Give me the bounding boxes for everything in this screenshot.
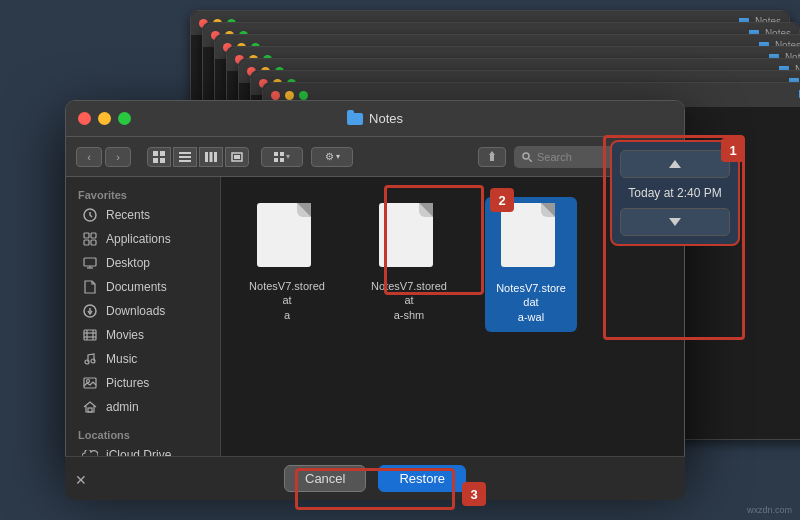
svg-rect-7 [205, 152, 208, 162]
close-bottom-button[interactable]: ✕ [75, 472, 87, 488]
stack-label-5: Notes [795, 64, 800, 75]
restore-button[interactable]: Restore [378, 465, 466, 492]
svg-rect-23 [84, 240, 89, 245]
view-cols-button[interactable] [199, 147, 223, 167]
sidebar-music-label: Music [106, 352, 137, 366]
group-dropdown: ▾ [261, 147, 303, 167]
locations-label: Locations [66, 425, 220, 443]
sidebar: Favorites Recents [66, 177, 221, 469]
file-name-2: NotesV7.storedata-shm [369, 279, 449, 322]
stack-label-4: Notes [785, 52, 800, 63]
tm-down-button[interactable] [620, 208, 730, 236]
toolbar: ‹ › [66, 137, 684, 177]
view-icon-button[interactable] [147, 147, 171, 167]
main-area: Favorites Recents [66, 177, 684, 469]
sidebar-item-applications[interactable]: Applications [70, 227, 216, 251]
sidebar-movies-label: Movies [106, 328, 144, 342]
svg-rect-14 [274, 158, 278, 162]
svg-rect-25 [84, 258, 96, 266]
sidebar-desktop-label: Desktop [106, 256, 150, 270]
download-icon [82, 303, 98, 319]
svg-rect-22 [91, 233, 96, 238]
file-name-3: NotesV7.storedata-wal [491, 279, 571, 326]
sidebar-item-pictures[interactable]: Pictures [70, 371, 216, 395]
finder-window: Notes ‹ › [65, 100, 685, 470]
svg-rect-6 [179, 160, 191, 162]
bottom-bar: ✕ Cancel Restore [65, 456, 685, 500]
svg-rect-30 [84, 330, 96, 340]
svg-rect-2 [153, 158, 158, 163]
tm-up-button[interactable] [620, 150, 730, 178]
view-list-button[interactable] [173, 147, 197, 167]
title-bar-center: Notes [347, 111, 403, 126]
svg-rect-11 [234, 155, 240, 159]
svg-rect-5 [179, 156, 191, 158]
sidebar-admin-label: admin [106, 400, 139, 414]
svg-rect-1 [160, 151, 165, 156]
nav-buttons: ‹ › [76, 147, 131, 167]
svg-point-38 [87, 380, 90, 383]
share-button[interactable] [478, 147, 506, 167]
back-button[interactable]: ‹ [76, 147, 102, 167]
cancel-button[interactable]: Cancel [284, 465, 366, 492]
picture-icon [82, 375, 98, 391]
folder-icon [347, 113, 363, 125]
sidebar-documents-label: Documents [106, 280, 167, 294]
file-item-3[interactable]: NotesV7.storedata-wal [485, 197, 577, 332]
svg-rect-4 [179, 152, 191, 154]
watermark: wxzdn.com [747, 505, 792, 515]
svg-rect-13 [280, 152, 284, 156]
tm-time-label: Today at 2:40 PM [628, 184, 721, 202]
movie-icon [82, 327, 98, 343]
svg-rect-12 [274, 152, 278, 156]
svg-marker-47 [669, 218, 681, 226]
close-button[interactable] [78, 112, 91, 125]
sidebar-item-recents[interactable]: Recents [70, 203, 216, 227]
file-icon-1 [257, 203, 317, 273]
action-button[interactable]: ⚙ ▾ [311, 147, 353, 167]
maximize-button[interactable] [118, 112, 131, 125]
sidebar-item-downloads[interactable]: Downloads [70, 299, 216, 323]
svg-marker-46 [669, 160, 681, 168]
desktop-icon [82, 255, 98, 271]
svg-point-35 [85, 360, 89, 364]
view-cover-button[interactable] [225, 147, 249, 167]
stack-label-1: Notes [755, 16, 781, 27]
sidebar-item-admin[interactable]: admin [70, 395, 216, 419]
svg-point-18 [523, 153, 529, 159]
forward-button[interactable]: › [105, 147, 131, 167]
svg-line-19 [529, 159, 532, 162]
file-icon-3 [501, 203, 561, 273]
sidebar-item-documents[interactable]: Documents [70, 275, 216, 299]
title-bar: Notes [66, 101, 684, 137]
minimize-button[interactable] [98, 112, 111, 125]
search-placeholder: Search [537, 151, 572, 163]
svg-marker-17 [489, 151, 495, 155]
time-machine-panel: Today at 2:40 PM [610, 140, 740, 246]
svg-rect-0 [153, 151, 158, 156]
clock-icon [82, 207, 98, 223]
favorites-label: Favorites [66, 185, 220, 203]
sidebar-item-desktop[interactable]: Desktop [70, 251, 216, 275]
doc-icon [82, 279, 98, 295]
file-name-1: NotesV7.storedata [247, 279, 327, 322]
file-item-2[interactable]: NotesV7.storedata-shm [363, 197, 455, 328]
file-item-1[interactable]: NotesV7.storedata [241, 197, 333, 328]
sidebar-pictures-label: Pictures [106, 376, 149, 390]
svg-rect-16 [490, 155, 494, 161]
music-icon [82, 351, 98, 367]
group-button[interactable]: ▾ [261, 147, 303, 167]
svg-point-36 [91, 359, 95, 363]
sidebar-applications-label: Applications [106, 232, 171, 246]
traffic-lights [78, 112, 131, 125]
svg-rect-39 [88, 408, 92, 412]
sidebar-downloads-label: Downloads [106, 304, 165, 318]
sidebar-recents-label: Recents [106, 208, 150, 222]
svg-rect-24 [91, 240, 96, 245]
file-icon-2 [379, 203, 439, 273]
svg-rect-3 [160, 158, 165, 163]
svg-rect-9 [214, 152, 217, 162]
sidebar-item-movies[interactable]: Movies [70, 323, 216, 347]
app-icon [82, 231, 98, 247]
sidebar-item-music[interactable]: Music [70, 347, 216, 371]
